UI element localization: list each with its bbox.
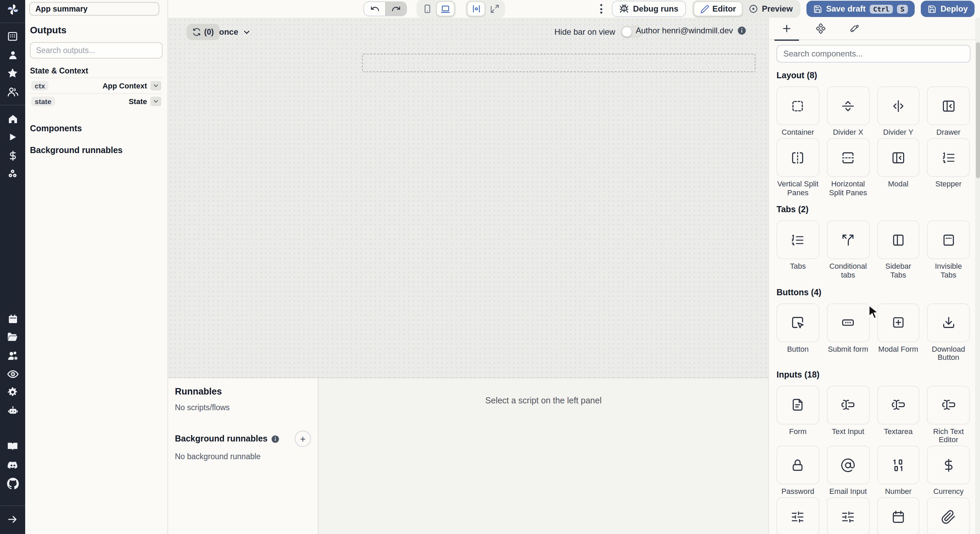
component-card-range[interactable]: Range: [827, 497, 870, 534]
insert-component-tab[interactable]: [775, 18, 799, 40]
component-card-text-input[interactable]: Text Input: [827, 386, 870, 445]
modal-form-icon: [891, 315, 906, 330]
app-canvas[interactable]: (0) once Hide bar on view Author henri@w…: [168, 18, 768, 378]
redo-button[interactable]: [385, 2, 406, 16]
center-content-button[interactable]: [467, 2, 485, 16]
settings-components-tab[interactable]: [808, 18, 833, 40]
components-panel: Layout (8) Container Divider X Divider Y…: [768, 18, 980, 534]
component-drop-zone[interactable]: [362, 54, 756, 72]
component-card-container[interactable]: Container: [776, 86, 819, 137]
variables-dollar-icon[interactable]: [0, 146, 25, 165]
star-icon[interactable]: [0, 64, 25, 82]
user-icon[interactable]: [0, 46, 25, 64]
component-card-textarea[interactable]: Textarea: [877, 386, 920, 445]
ctx-row[interactable]: ctx App Context: [30, 78, 163, 93]
rail-divider: [0, 105, 25, 105]
buttons-grid: Button Submit form Modal Form Download B…: [776, 303, 970, 362]
groups-gear-icon[interactable]: [0, 346, 25, 365]
component-card-sidebar-tabs[interactable]: Sidebar Tabs: [877, 221, 920, 280]
resources-boxes-icon[interactable]: [0, 165, 25, 183]
divider-y-icon: [891, 98, 906, 113]
select-script-hint: Select a script on the left panel: [485, 396, 601, 405]
settings-gear-icon[interactable]: [0, 383, 25, 401]
component-card-rich-text-editor[interactable]: Rich Text Editor: [927, 386, 970, 445]
component-card-modal[interactable]: Modal: [877, 138, 920, 197]
github-icon[interactable]: [0, 474, 25, 493]
discord-icon[interactable]: [0, 456, 25, 474]
component-card-conditional-tabs[interactable]: Conditional tabs: [827, 221, 870, 280]
folders-icon[interactable]: [0, 328, 25, 346]
debug-runs-button[interactable]: Debug runs: [612, 1, 686, 17]
component-card-submit-form[interactable]: Submit form: [827, 303, 870, 362]
state-key-badge: state: [31, 97, 55, 106]
ai-robot-icon[interactable]: [0, 401, 25, 420]
audit-eye-icon[interactable]: [0, 365, 25, 383]
app-summary-input[interactable]: [29, 2, 159, 16]
preview-tab[interactable]: Preview: [743, 2, 799, 16]
component-card-number[interactable]: Number: [877, 445, 920, 496]
undo-button[interactable]: [364, 2, 385, 16]
component-card-invisible-tabs[interactable]: Invisible Tabs: [927, 221, 970, 280]
fullscreen-button[interactable]: [485, 2, 504, 16]
editor-tab-label: Editor: [713, 4, 736, 14]
runnables-title: Runnables: [175, 386, 311, 397]
runs-play-icon[interactable]: [0, 128, 25, 146]
search-components-input[interactable]: [776, 45, 970, 63]
inputs-grid: Form Text Input Textarea Rich Text Edito…: [776, 386, 970, 534]
add-background-runnable-button[interactable]: +: [295, 431, 311, 447]
component-card-stepper[interactable]: Stepper: [927, 138, 970, 197]
deploy-button[interactable]: Deploy: [921, 1, 975, 17]
mobile-view-button[interactable]: [418, 2, 436, 16]
component-card-divider-x[interactable]: Divider X: [827, 86, 870, 137]
invisible-tabs-icon: [941, 233, 956, 248]
apps-icon[interactable]: [0, 27, 25, 46]
component-card-slider[interactable]: Slider: [776, 497, 819, 534]
windmill-logo-icon[interactable]: [0, 0, 25, 18]
rail-divider: [0, 22, 25, 23]
state-row[interactable]: state State: [30, 93, 163, 109]
theme-paintbrush-tab[interactable]: [843, 18, 867, 40]
component-card-password[interactable]: Password: [776, 445, 819, 496]
debug-runs-label: Debug runs: [633, 4, 678, 14]
more-options-kebab-icon[interactable]: [596, 4, 606, 14]
expand-sidebar-arrow-icon[interactable]: [0, 510, 25, 529]
component-card-tabs[interactable]: Tabs: [776, 221, 819, 280]
info-icon[interactable]: [737, 26, 746, 35]
component-card-date[interactable]: Date: [877, 497, 920, 534]
component-card-form[interactable]: Form: [776, 386, 819, 445]
component-card-divider-y[interactable]: Divider Y: [877, 86, 920, 137]
info-icon[interactable]: [271, 434, 280, 443]
background-runnables-title: Background runnables: [175, 434, 267, 443]
ctx-key-badge: ctx: [31, 81, 48, 91]
scrollbar-thumb[interactable]: [975, 42, 980, 178]
schedules-calendar-icon[interactable]: [0, 310, 25, 328]
preview-tab-label: Preview: [762, 4, 793, 14]
submit-form-icon: [840, 315, 856, 330]
ctx-expand-chevron-icon[interactable]: [150, 81, 161, 91]
deploy-label: Deploy: [940, 4, 968, 14]
component-card-modal-form[interactable]: Modal Form: [877, 303, 920, 362]
save-draft-button[interactable]: Save draft Ctrl S: [807, 1, 915, 17]
recompute-mode-dropdown[interactable]: once: [219, 24, 251, 40]
component-card-email-input[interactable]: Email Input: [827, 445, 870, 496]
component-card-horizontal-split[interactable]: Horizontal Split Panes: [827, 138, 870, 197]
component-card-vertical-split[interactable]: Vertical Split Panes: [776, 138, 819, 197]
component-card-file-input[interactable]: File Input: [927, 497, 970, 534]
component-card-currency[interactable]: Currency: [927, 445, 970, 496]
currency-dollar-icon: [941, 458, 956, 472]
editor-tab[interactable]: Editor: [694, 2, 743, 16]
home-icon[interactable]: [0, 110, 25, 128]
refresh-count-button[interactable]: (0): [186, 24, 220, 40]
desktop-view-button[interactable]: [436, 2, 455, 16]
state-expand-chevron-icon[interactable]: [150, 97, 161, 106]
no-scripts-label: No scripts/flows: [175, 404, 311, 412]
docs-book-icon[interactable]: [0, 437, 25, 456]
user-group-icon[interactable]: [0, 82, 25, 101]
search-outputs-input[interactable]: [30, 42, 163, 59]
component-card-download-button[interactable]: Download Button: [927, 303, 970, 362]
component-card-drawer[interactable]: Drawer: [927, 86, 970, 137]
background-runnables-section-title: Background runnables: [30, 146, 163, 155]
panel-scrollbar[interactable]: [975, 18, 980, 534]
download-button-icon: [941, 315, 956, 330]
component-card-button[interactable]: Button: [776, 303, 819, 362]
